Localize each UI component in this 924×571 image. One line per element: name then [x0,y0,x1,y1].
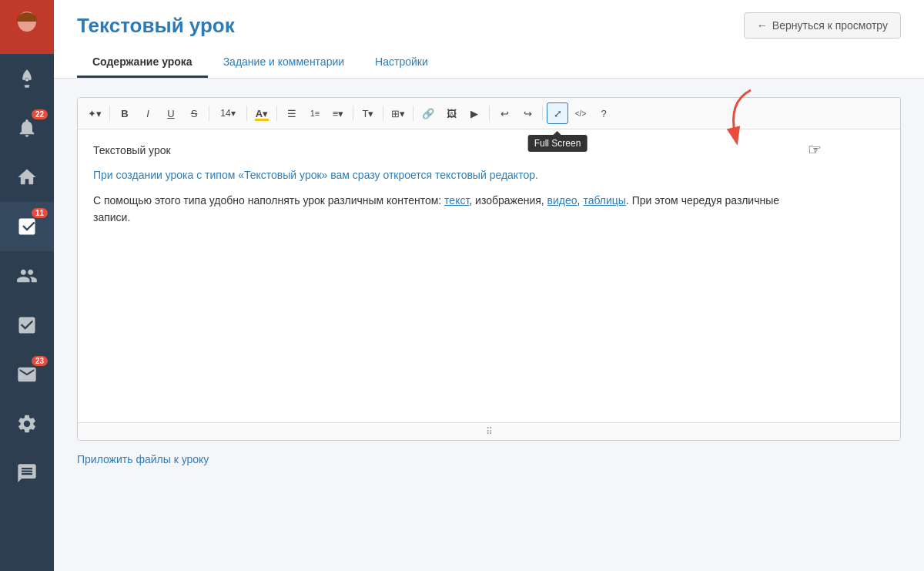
editor-line-2: При создании урока с типом «Текстовый ур… [93,166,885,183]
magic-wand-button[interactable]: ✦▾ [84,102,105,124]
html-icon: </> [575,109,586,118]
rocket-icon [16,68,38,89]
line3-link-2[interactable]: видео [547,194,578,207]
line3-text-2: , изображения, [469,194,547,207]
media-icon: ▶ [470,108,478,119]
sidebar-item-analytics[interactable]: 11 [0,202,54,251]
font-color-dropdown: ▾ [263,108,268,119]
sidebar: 22 11 23 [0,0,54,571]
analytics-badge: 11 [32,208,48,218]
image-icon: 🖼 [447,108,457,119]
help-icon: ? [601,108,606,119]
mail-badge: 23 [32,356,48,366]
ol-icon: 1≡ [310,109,320,118]
font-color-button[interactable]: A▾ [251,102,273,124]
strikethrough-button[interactable]: S [183,102,205,124]
bold-button[interactable]: B [114,102,136,124]
toolbar-sep-3 [246,106,247,121]
fullscreen-icon: ⤢ [554,108,562,119]
font-size-arrow: ▾ [231,108,236,119]
editor-line-3: С помощью этого типа удобно наполнять ур… [93,192,885,227]
toolbar-sep-8 [489,106,490,121]
settings-icon [16,413,38,435]
sidebar-item-rocket[interactable] [0,54,54,103]
underline-label: U [167,108,174,119]
toolbar-sep-4 [276,106,277,121]
toolbar-sep-7 [413,106,413,121]
font-color-label: A [256,108,263,119]
editor-container: ✦▾ B I U S 14▾ [77,97,901,441]
line3-link-3[interactable]: таблицы [583,194,626,207]
underline-button[interactable]: U [160,102,182,124]
header: Текстовый урок ← Вернуться к просмотру С… [54,0,924,79]
tab-settings[interactable]: Настройки [360,48,444,78]
svg-point-1 [13,32,41,46]
sidebar-item-users[interactable] [0,251,54,301]
redo-button[interactable]: ↪ [517,102,538,124]
text-style-icon: T▾ [363,108,374,119]
editor-resize-handle[interactable]: ⠿ [78,422,900,440]
resize-icon: ⠿ [486,426,493,437]
tabs: Содержание урока Задание и комментарии Н… [77,48,901,78]
toolbar-sep-6 [383,106,383,121]
back-button[interactable]: ← Вернуться к просмотру [744,12,901,39]
align-button[interactable]: ≡▾ [327,102,349,124]
fullscreen-tooltip-container: ⤢ Full Screen [547,102,568,124]
toolbar-sep-9 [542,106,543,121]
tab-assignments[interactable]: Задание и комментарии [208,48,360,78]
back-arrow-icon: ← [757,19,768,32]
home-icon [16,166,38,188]
avatar[interactable] [0,0,54,54]
sidebar-item-settings[interactable] [0,399,54,448]
content-area: ✦▾ B I U S 14▾ [54,79,924,571]
mail-icon [16,364,38,385]
undo-button[interactable]: ↩ [494,102,515,124]
undo-icon: ↩ [500,108,509,119]
unordered-list-button[interactable]: ☰ [281,102,303,124]
tasks-icon [16,314,38,336]
link-button[interactable]: 🔗 [417,102,439,124]
toolbar: ✦▾ B I U S 14▾ [78,98,900,129]
color-indicator [255,119,269,121]
strikethrough-label: S [191,108,198,119]
notifications-badge: 22 [32,109,48,119]
bold-label: B [121,108,128,119]
line3-link-1[interactable]: текст [444,194,469,207]
help-button[interactable]: ? [593,102,614,124]
text-style-button[interactable]: T▾ [357,102,379,124]
html-button[interactable]: </> [570,102,591,124]
line3-text-1: С помощью этого типа удобно наполнять ур… [93,194,444,207]
magic-wand-icon: ✦▾ [88,108,102,119]
attach-files-link[interactable]: Приложить файлы к уроку [77,453,209,465]
analytics-icon [16,216,38,237]
toolbar-sep-5 [353,106,353,121]
media-button[interactable]: ▶ [464,102,485,124]
back-button-label: Вернуться к просмотру [772,19,888,32]
tab-content[interactable]: Содержание урока [77,48,208,78]
table-icon: ⊞▾ [391,108,405,119]
chat-icon [16,462,38,484]
ordered-list-button[interactable]: 1≡ [304,102,326,124]
italic-label: I [146,108,149,119]
line4-text: записи. [93,211,130,223]
sidebar-item-notifications[interactable]: 22 [0,103,54,153]
header-top: Текстовый урок ← Вернуться к просмотру [77,12,901,39]
editor-body[interactable]: Текстовый урок При создании урока с типо… [78,129,900,422]
table-button[interactable]: ⊞▾ [387,102,409,124]
link-icon: 🔗 [422,108,434,119]
bell-icon [16,117,38,139]
fullscreen-button[interactable]: ⤢ [547,102,568,124]
font-size-label: 14 [220,108,230,119]
image-button[interactable]: 🖼 [440,102,462,124]
sidebar-item-tasks[interactable] [0,301,54,350]
font-size-button[interactable]: 14▾ [213,102,243,124]
redo-icon: ↪ [524,108,532,119]
sidebar-item-home[interactable] [0,153,54,202]
italic-button[interactable]: I [137,102,159,124]
line3-text-4: . При этом чередуя различные [626,194,779,207]
main-content: Текстовый урок ← Вернуться к просмотру С… [54,0,924,571]
sidebar-item-mail[interactable]: 23 [0,350,54,399]
page-title: Текстовый урок [77,14,235,38]
sidebar-item-chat[interactable] [0,448,54,498]
toolbar-sep-2 [209,106,209,121]
